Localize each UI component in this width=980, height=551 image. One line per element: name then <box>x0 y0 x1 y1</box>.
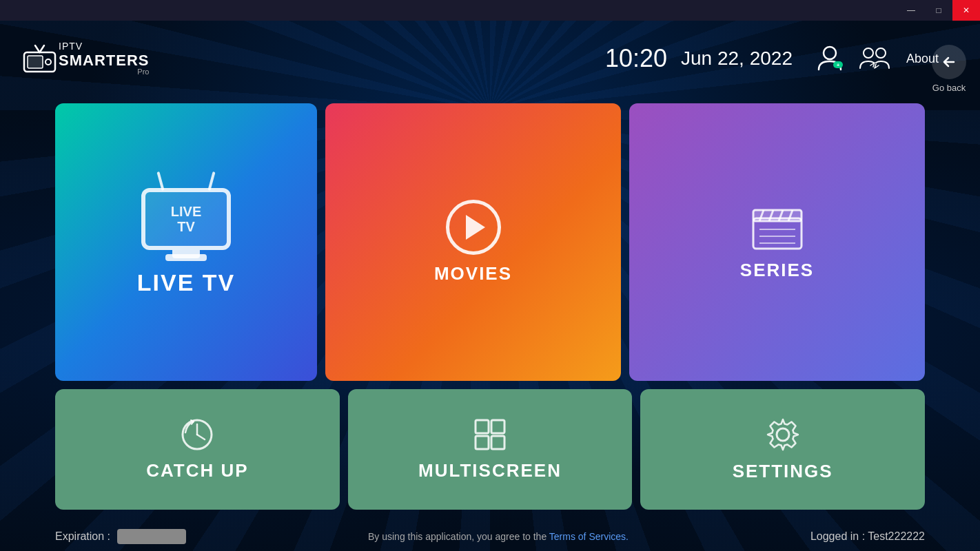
logo-text: IPTV SMARTERS Pro <box>59 41 149 76</box>
clapper-icon <box>750 203 805 251</box>
titlebar: — □ ✕ <box>0 0 980 21</box>
tv-antenna-left <box>156 171 164 191</box>
tv-antenna-right <box>207 171 215 191</box>
clock-icon <box>180 417 214 452</box>
go-back-icon <box>932 45 966 79</box>
svg-rect-23 <box>491 420 504 433</box>
svg-point-5 <box>824 47 836 59</box>
logo-pro: Pro <box>59 67 149 76</box>
minimize-button[interactable]: — <box>897 0 925 21</box>
tv-body: LIVE TV <box>141 188 231 250</box>
maximize-button[interactable]: □ <box>925 0 952 21</box>
go-back-button[interactable]: Go back <box>932 45 966 93</box>
svg-line-21 <box>197 435 205 439</box>
play-triangle <box>466 215 485 240</box>
terms-text: By using this application, you agree to … <box>368 531 547 542</box>
svg-rect-22 <box>476 420 489 433</box>
switch-user-icon-button[interactable] <box>858 41 892 76</box>
settings-label: SETTINGS <box>733 461 833 482</box>
svg-point-4 <box>45 59 51 65</box>
logo-smarters: SMARTERS <box>59 52 149 69</box>
live-tv-card[interactable]: LIVE TV LIVE TV <box>55 103 317 381</box>
series-card[interactable]: SERIES <box>629 103 925 381</box>
grid-top-row: LIVE TV LIVE TV MOVIES <box>55 103 925 381</box>
catchup-label: CATCH UP <box>146 460 248 481</box>
svg-point-8 <box>864 48 873 58</box>
go-back-label: Go back <box>932 83 966 93</box>
header-time: 10:20 <box>605 44 667 73</box>
series-label: SERIES <box>740 260 814 281</box>
header-date: Jun 22, 2022 <box>681 48 793 70</box>
logged-in-label: Logged in : Test222222 <box>810 530 925 543</box>
live-tv-icon: LIVE TV <box>141 188 231 261</box>
expiration-value-redacted <box>117 529 186 544</box>
tv-inner-label: LIVE TV <box>171 204 201 234</box>
multiscreen-icon <box>473 417 507 452</box>
multiscreen-card[interactable]: MULTISCREEN <box>348 389 633 510</box>
header-icons: + <box>813 41 892 76</box>
logo-area: IPTV SMARTERS Pro <box>21 40 149 78</box>
settings-gear-icon <box>765 417 801 453</box>
svg-point-26 <box>777 428 789 441</box>
play-icon <box>446 200 501 255</box>
settings-card[interactable]: SETTINGS <box>640 389 925 510</box>
header: IPTV SMARTERS Pro 10:20 Jun 22, 2022 + <box>0 21 980 96</box>
svg-point-9 <box>876 48 886 58</box>
terms-link[interactable]: Terms of Services. <box>549 531 629 542</box>
main-content: LIVE TV LIVE TV MOVIES <box>55 103 925 510</box>
close-button[interactable]: ✕ <box>952 0 980 21</box>
svg-rect-10 <box>753 218 802 249</box>
movies-card[interactable]: MOVIES <box>325 103 621 381</box>
svg-line-1 <box>35 45 40 52</box>
logo-icon <box>21 40 59 78</box>
logo-iptv: IPTV <box>59 41 149 52</box>
svg-text:+: + <box>837 62 840 68</box>
expiration-area: Expiration : <box>55 529 186 544</box>
footer-terms: By using this application, you agree to … <box>200 531 797 542</box>
grid-bottom-row: CATCH UP MULTISCREEN SETTINGS <box>55 389 925 510</box>
svg-rect-3 <box>28 56 43 68</box>
svg-line-2 <box>40 45 45 52</box>
movies-label: MOVIES <box>434 263 512 284</box>
catchup-card[interactable]: CATCH UP <box>55 389 340 510</box>
user-icon-button[interactable]: + <box>813 41 848 76</box>
expiration-label: Expiration : <box>55 530 110 543</box>
live-tv-label: LIVE TV <box>137 269 235 296</box>
svg-rect-24 <box>476 436 489 449</box>
multiscreen-label: MULTISCREEN <box>418 460 562 481</box>
footer: Expiration : By using this application, … <box>55 529 925 544</box>
svg-rect-25 <box>491 436 504 449</box>
